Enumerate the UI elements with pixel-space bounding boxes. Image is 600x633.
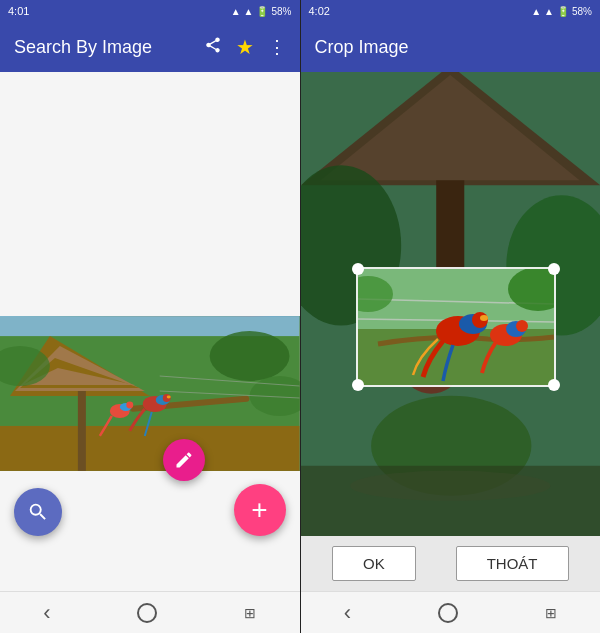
- crop-handle-tl[interactable]: [352, 263, 364, 275]
- home-button[interactable]: [137, 603, 157, 623]
- right-back-button[interactable]: ‹: [344, 600, 351, 626]
- right-signal-icon: ▲: [531, 6, 541, 17]
- add-icon: +: [251, 496, 267, 524]
- left-battery-icon: 🔋: [256, 6, 268, 17]
- add-fab[interactable]: +: [234, 484, 286, 536]
- left-content: +: [0, 72, 300, 591]
- right-app-bar: Crop Image: [301, 22, 601, 72]
- crop-content: [301, 72, 601, 536]
- left-app-bar: Search By Image ★ ⋮: [0, 22, 300, 72]
- left-time: 4:01: [8, 5, 29, 17]
- left-status-right: ▲ ▲ 🔋 58%: [231, 6, 292, 17]
- left-app-actions: ★ ⋮: [204, 35, 286, 59]
- star-icon[interactable]: ★: [236, 35, 254, 59]
- crop-handle-tr[interactable]: [548, 263, 560, 275]
- recent-button[interactable]: ⊞: [244, 605, 256, 621]
- right-recent-button[interactable]: ⊞: [545, 605, 557, 621]
- svg-rect-7: [78, 391, 86, 471]
- ok-button[interactable]: OK: [332, 546, 416, 581]
- svg-point-12: [167, 395, 171, 398]
- crop-handle-bl[interactable]: [352, 379, 364, 391]
- right-time: 4:02: [309, 5, 330, 17]
- svg-point-15: [126, 401, 133, 408]
- cancel-button[interactable]: THOÁT: [456, 546, 569, 581]
- left-screen: 4:01 ▲ ▲ 🔋 58% Search By Image ★ ⋮: [0, 0, 300, 633]
- left-battery-text: 58%: [271, 6, 291, 17]
- right-status-right: ▲ ▲ 🔋 58%: [531, 6, 592, 17]
- svg-rect-2: [0, 426, 300, 471]
- crop-handle-br[interactable]: [548, 379, 560, 391]
- right-battery-text: 58%: [572, 6, 592, 17]
- crop-selection-box[interactable]: [356, 267, 556, 387]
- left-app-title: Search By Image: [14, 37, 204, 58]
- more-icon[interactable]: ⋮: [268, 36, 286, 58]
- share-icon[interactable]: [204, 36, 222, 59]
- svg-point-17: [210, 331, 290, 381]
- svg-point-31: [350, 471, 550, 501]
- crop-bottom-bar: OK THOÁT: [301, 536, 601, 591]
- left-nav-bar: ‹ ⊞: [0, 591, 300, 633]
- right-screen: 4:02 ▲ ▲ 🔋 58% Crop Image: [301, 0, 601, 633]
- right-home-button[interactable]: [438, 603, 458, 623]
- right-status-bar: 4:02 ▲ ▲ 🔋 58%: [301, 0, 601, 22]
- parrot-image: [0, 316, 300, 471]
- right-app-title: Crop Image: [315, 37, 587, 58]
- search-fab[interactable]: [14, 488, 62, 536]
- right-wifi-icon: ▲: [544, 6, 554, 17]
- right-battery-icon: 🔋: [557, 6, 569, 17]
- right-nav-bar: ‹ ⊞: [301, 591, 601, 633]
- left-status-bar: 4:01 ▲ ▲ 🔋 58%: [0, 0, 300, 22]
- back-button[interactable]: ‹: [43, 600, 50, 626]
- left-signal-icon: ▲: [231, 6, 241, 17]
- edit-fab[interactable]: [163, 439, 205, 481]
- left-wifi-icon: ▲: [244, 6, 254, 17]
